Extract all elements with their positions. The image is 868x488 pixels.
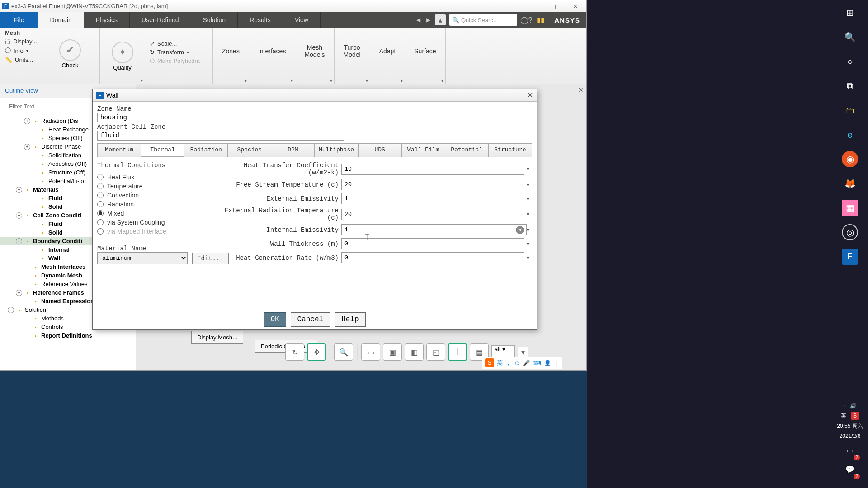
field-dropdown-icon[interactable]: ▾ bbox=[524, 166, 532, 172]
minimize-button[interactable]: — bbox=[530, 1, 548, 11]
clear-icon[interactable]: ✕ bbox=[516, 226, 524, 234]
dialog-tab-momentum[interactable]: Momentum bbox=[98, 144, 141, 157]
ribbon-collapse[interactable]: ▴ bbox=[435, 14, 446, 25]
ribbon-interfaces[interactable]: Interfaces bbox=[254, 47, 290, 55]
zoom-icon[interactable]: 🔍 bbox=[334, 343, 353, 361]
search-icon[interactable]: 🔍 bbox=[842, 29, 858, 45]
thermal-radio-via-system-coupling[interactable]: via System Coupling bbox=[97, 218, 224, 227]
chevron-down-icon[interactable]: ▾ bbox=[291, 78, 293, 83]
help-button[interactable]: Help bbox=[335, 312, 365, 327]
fit-icon[interactable]: ▭ bbox=[361, 343, 380, 361]
chevron-down-icon[interactable]: ▾ bbox=[401, 78, 403, 83]
obs-icon[interactable]: ◎ bbox=[842, 224, 858, 240]
clock-time[interactable]: 20:55 周六 bbox=[837, 422, 863, 430]
field-input[interactable] bbox=[341, 179, 524, 190]
cancel-button[interactable]: Cancel bbox=[291, 312, 330, 327]
dialog-tab-wall-film[interactable]: Wall Film bbox=[402, 144, 445, 157]
ribbon-info[interactable]: ⓘInfo▾ bbox=[5, 47, 95, 55]
refresh-icon[interactable]: ↻ bbox=[285, 343, 304, 361]
tree-expander[interactable]: − bbox=[16, 238, 22, 244]
ribbon-check[interactable]: ✔Check bbox=[59, 39, 81, 69]
menu-results[interactable]: Results bbox=[238, 12, 283, 28]
menu-physics[interactable]: Physics bbox=[84, 12, 130, 28]
box-icon[interactable]: ◧ bbox=[405, 343, 424, 361]
tree-expander[interactable]: − bbox=[16, 187, 22, 193]
quick-search[interactable]: 🔍 Quick Searc… bbox=[449, 14, 517, 26]
dialog-tab-thermal[interactable]: Thermal bbox=[141, 144, 184, 157]
field-input[interactable] bbox=[341, 252, 524, 263]
zone-name-input[interactable] bbox=[97, 113, 344, 122]
sogou-tray-icon[interactable]: S bbox=[851, 412, 859, 420]
thermal-radio-heat-flux[interactable]: Heat Flux bbox=[97, 173, 224, 182]
help-icon[interactable]: ◯? bbox=[521, 14, 532, 25]
action-center-icon[interactable]: ▭ bbox=[842, 442, 858, 458]
tree-expander[interactable]: + bbox=[24, 144, 30, 150]
ubuntu-icon[interactable]: ◉ bbox=[842, 151, 858, 167]
thermal-radio-temperature[interactable]: Temperature bbox=[97, 182, 224, 191]
ime-bar[interactable]: S 英 ，☺🎤⌨👤⋮ bbox=[482, 357, 562, 369]
tray-lang[interactable]: 英 bbox=[841, 412, 846, 420]
volume-icon[interactable]: 🔊 bbox=[850, 403, 857, 409]
dialog-tab-multiphase[interactable]: Multiphase bbox=[315, 144, 358, 157]
display-mesh-button[interactable]: Display Mesh... bbox=[191, 331, 243, 344]
material-select[interactable]: aluminum bbox=[97, 252, 188, 264]
tree-expander[interactable]: − bbox=[16, 212, 22, 219]
taskview-icon[interactable]: ⧉ bbox=[842, 78, 858, 94]
menu-scroll-left[interactable]: ◀ bbox=[413, 17, 423, 23]
dialog-tab-species[interactable]: Species bbox=[228, 144, 271, 157]
firefox-icon[interactable]: 🦊 bbox=[842, 175, 858, 192]
ribbon-display[interactable]: ⬚Display... bbox=[5, 38, 95, 45]
ribbon-surface[interactable]: Surface bbox=[410, 47, 440, 55]
field-input[interactable] bbox=[341, 164, 524, 175]
chevron-down-icon[interactable]: ▾ bbox=[141, 78, 143, 83]
field-input[interactable] bbox=[341, 209, 524, 220]
ok-button[interactable]: OK bbox=[264, 312, 286, 327]
edge-icon[interactable]: e bbox=[842, 127, 858, 143]
chevron-down-icon[interactable]: ▾ bbox=[441, 78, 443, 83]
field-dropdown-icon[interactable]: ▾ bbox=[524, 227, 532, 233]
ribbon-adapt[interactable]: Adapt bbox=[375, 47, 401, 55]
thermal-radio-mixed[interactable]: Mixed bbox=[97, 209, 224, 218]
dialog-tab-potential[interactable]: Potential bbox=[445, 144, 489, 157]
chevron-down-icon[interactable]: ▾ bbox=[366, 78, 368, 83]
cortana-icon[interactable]: ○ bbox=[842, 53, 858, 70]
back-icon[interactable]: ‹ bbox=[844, 403, 845, 409]
cube-icon[interactable]: ▣ bbox=[383, 343, 402, 361]
ribbon-turbo[interactable]: Turbo Model bbox=[339, 44, 365, 58]
dialog-tab-dpm[interactable]: DPM bbox=[271, 144, 315, 157]
clock-date[interactable]: 2021/2/6 bbox=[840, 433, 861, 439]
tree-node[interactable]: ▪Report Definitions bbox=[0, 331, 136, 340]
dialog-tab-uds[interactable]: UDS bbox=[359, 144, 402, 157]
layout-icon[interactable]: ▮▮ bbox=[535, 14, 546, 25]
dialog-tab-radiation[interactable]: Radiation bbox=[184, 144, 228, 157]
ribbon-quality[interactable]: ✦Quality bbox=[112, 42, 133, 71]
ribbon-make-poly[interactable]: ⬡Make Polyhedra bbox=[150, 57, 208, 64]
ribbon-transform[interactable]: ↻Transform▾ bbox=[150, 49, 208, 56]
axes-icon[interactable]: ⎿ bbox=[448, 343, 467, 361]
notifications-icon[interactable]: 💬 bbox=[842, 461, 858, 477]
ribbon-zones[interactable]: Zones bbox=[217, 47, 244, 55]
field-dropdown-icon[interactable]: ▾ bbox=[524, 196, 532, 202]
menu-solution[interactable]: Solution bbox=[191, 12, 238, 28]
ribbon-units[interactable]: 📏Units... bbox=[5, 56, 95, 63]
tree-expander[interactable]: + bbox=[16, 290, 22, 296]
ime-sogou-icon[interactable]: S bbox=[485, 358, 494, 367]
dialog-tab-structure[interactable]: Structure bbox=[489, 144, 532, 157]
task-close-icon[interactable]: ✕ bbox=[578, 86, 584, 94]
field-dropdown-icon[interactable]: ▾ bbox=[524, 255, 532, 261]
chevron-down-icon[interactable]: ▾ bbox=[245, 78, 247, 83]
field-dropdown-icon[interactable]: ▾ bbox=[524, 241, 532, 247]
field-dropdown-icon[interactable]: ▾ bbox=[524, 182, 532, 188]
menu-view[interactable]: View bbox=[283, 12, 321, 28]
move-icon[interactable]: ✥ bbox=[307, 343, 326, 361]
edit-material-button[interactable]: Edit... bbox=[192, 253, 229, 264]
menu-user-defined[interactable]: User-Defined bbox=[130, 12, 191, 28]
adjacent-zone-input[interactable] bbox=[97, 131, 344, 141]
ribbon-mesh-models[interactable]: Mesh Models bbox=[300, 44, 329, 58]
dialog-close-button[interactable]: ✕ bbox=[527, 91, 533, 99]
menu-file[interactable]: File bbox=[0, 12, 38, 28]
menu-scroll-right[interactable]: ▶ bbox=[423, 17, 433, 23]
fluent-taskbar-icon[interactable]: F bbox=[842, 249, 858, 265]
explorer-icon[interactable]: 🗀 bbox=[842, 102, 858, 118]
chevron-icon[interactable]: ▾ bbox=[518, 347, 528, 357]
